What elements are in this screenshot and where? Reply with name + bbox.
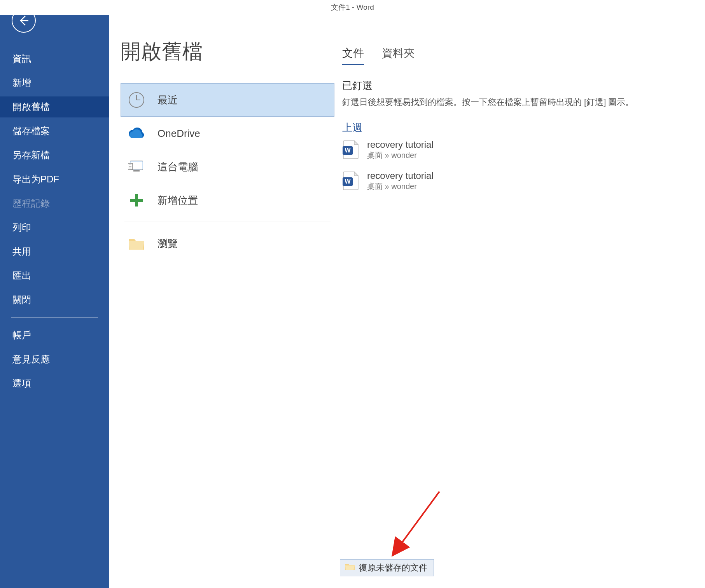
- location-label: 新增位置: [157, 194, 198, 207]
- clock-icon: [127, 91, 146, 109]
- pinned-help-text: 釘選日後想要輕易找到的檔案。按一下您在檔案上暫留時出現的 [釘選] 圖示。: [342, 96, 689, 108]
- recover-unsaved-button[interactable]: 復原未儲存的文件: [340, 559, 434, 576]
- recent-file-item[interactable]: W recovery tutorial 桌面 » wonder: [342, 167, 689, 194]
- nav-account[interactable]: 帳戶: [0, 325, 109, 346]
- nav-share[interactable]: 共用: [0, 241, 109, 262]
- locations-divider: [124, 222, 331, 222]
- nav-feedback[interactable]: 意見反應: [0, 349, 109, 370]
- tab-documents[interactable]: 文件: [342, 46, 364, 65]
- locations-column: 開啟舊檔 最近 OneDrive 這台電腦: [109, 15, 334, 588]
- page-title: 開啟舊檔: [121, 38, 334, 65]
- nav-saveas[interactable]: 另存新檔: [0, 145, 109, 166]
- location-recent[interactable]: 最近: [121, 83, 334, 117]
- location-thispc[interactable]: 這台電腦: [121, 150, 334, 184]
- lastweek-heading: 上週: [342, 121, 689, 135]
- nav-new[interactable]: 新增: [0, 72, 109, 93]
- file-path: 桌面 » wonder: [367, 150, 434, 161]
- pinned-heading: 已釘選: [342, 79, 689, 93]
- arrow-left-icon: [17, 14, 30, 27]
- location-label: 這台電腦: [157, 160, 198, 174]
- recover-button-label: 復原未儲存的文件: [359, 562, 427, 574]
- nav-options[interactable]: 選項: [0, 373, 109, 394]
- sidebar-divider: [11, 317, 98, 318]
- nav-save[interactable]: 儲存檔案: [0, 121, 109, 142]
- location-label: OneDrive: [157, 128, 200, 140]
- monitor-icon: [127, 158, 146, 176]
- svg-rect-7: [133, 170, 140, 172]
- nav-history: 歷程記錄: [0, 193, 109, 214]
- location-onedrive[interactable]: OneDrive: [121, 117, 334, 150]
- locations-list: 最近 OneDrive 這台電腦 新增位置: [121, 83, 334, 260]
- tab-folders[interactable]: 資料夾: [382, 46, 415, 65]
- svg-line-18: [394, 492, 439, 553]
- backstage-sidebar: 資訊 新增 開啟舊檔 儲存檔案 另存新檔 导出为PDF 歷程記錄 列印 共用 匯…: [0, 0, 109, 588]
- svg-rect-13: [130, 199, 143, 202]
- content-area: 開啟舊檔 最近 OneDrive 這台電腦: [109, 15, 705, 588]
- file-name: recovery tutorial: [367, 139, 434, 150]
- file-name: recovery tutorial: [367, 170, 434, 181]
- files-column: 文件 資料夾 已釘選 釘選日後想要輕易找到的檔案。按一下您在檔案上暫留時出現的 …: [334, 15, 705, 588]
- annotation-arrow: [389, 488, 443, 558]
- location-browse[interactable]: 瀏覽: [121, 227, 334, 260]
- recent-file-item[interactable]: W recovery tutorial 桌面 » wonder: [342, 136, 689, 163]
- file-text: recovery tutorial 桌面 » wonder: [367, 139, 434, 161]
- cloud-icon: [127, 124, 146, 143]
- plus-icon: [127, 191, 146, 210]
- location-addplace[interactable]: 新增位置: [121, 184, 334, 217]
- files-tabs: 文件 資料夾: [342, 46, 689, 65]
- file-text: recovery tutorial 桌面 » wonder: [367, 170, 434, 192]
- location-label: 最近: [157, 93, 178, 107]
- nav-export[interactable]: 匯出: [0, 265, 109, 286]
- nav-open[interactable]: 開啟舊檔: [0, 96, 109, 117]
- word-doc-icon: W: [342, 171, 359, 191]
- window-title: 文件1 - Word: [331, 2, 374, 12]
- nav-print[interactable]: 列印: [0, 217, 109, 238]
- file-path: 桌面 » wonder: [367, 181, 434, 192]
- svg-text:W: W: [345, 147, 351, 154]
- nav-close[interactable]: 關閉: [0, 289, 109, 310]
- folder-icon: [127, 234, 146, 253]
- folder-open-icon: [345, 563, 355, 573]
- title-bar: 文件1 - Word: [0, 0, 705, 15]
- word-doc-icon: W: [342, 140, 359, 159]
- svg-text:W: W: [345, 178, 351, 185]
- nav-exportpdf[interactable]: 导出为PDF: [0, 169, 109, 190]
- location-label: 瀏覽: [157, 237, 178, 250]
- nav-info[interactable]: 資訊: [0, 48, 109, 69]
